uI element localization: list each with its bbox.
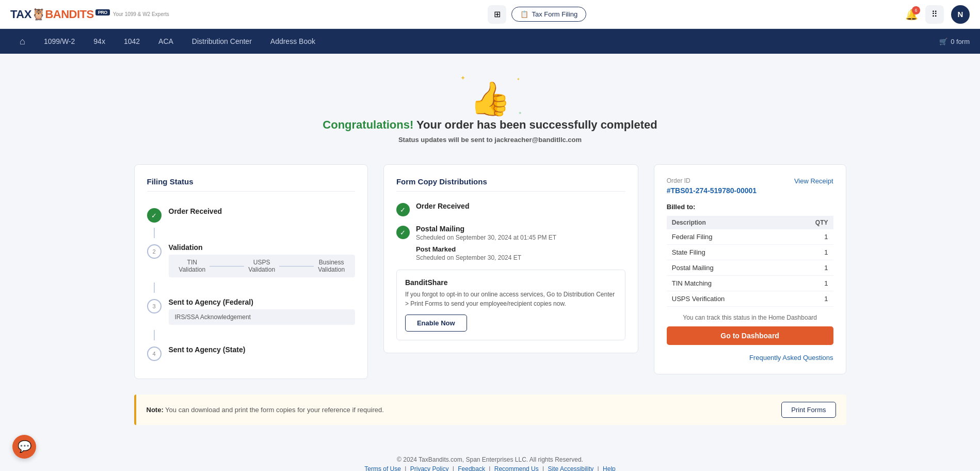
order-id-area: Order ID #TBS01-274-519780-00001: [667, 177, 757, 195]
apps-icon: ⠿: [931, 9, 938, 19]
nav-1042[interactable]: 1042: [115, 29, 149, 54]
step-icon-3: 3: [147, 299, 162, 313]
banditshare-desc: If you forgot to opt-in to our online ac…: [405, 290, 617, 308]
view-receipt-link[interactable]: View Receipt: [794, 177, 833, 185]
cart-area[interactable]: 🛒 0 form: [939, 38, 970, 45]
nav-1099w2[interactable]: 1099/W-2: [35, 29, 84, 54]
header-center: ⊞ 📋 Tax Form Filing: [488, 5, 586, 24]
notification-button[interactable]: 🔔 6: [905, 8, 918, 21]
footer-copyright: © 2024 TaxBandits.com, Span Enterprises …: [10, 456, 970, 463]
step-content-3: Sent to Agency (Federal) IRS/SSA Acknowl…: [169, 298, 355, 325]
post-marked-date: Scheduled on September 30, 2024 ET: [416, 254, 625, 261]
brand-logo: TAX🦉BANDITSPRO: [10, 8, 110, 21]
col-description: Description: [667, 216, 789, 229]
billing-qty: 1: [789, 260, 833, 276]
billing-row: TIN Matching1: [667, 276, 833, 291]
avatar[interactable]: N: [951, 5, 970, 24]
thumbs-up-icon: 👍: [470, 80, 511, 117]
step-state: 4 Sent to Agency (State): [147, 340, 355, 366]
faq-row: Frequently Asked Questions: [667, 353, 833, 362]
feedback-link[interactable]: Feedback: [458, 465, 485, 471]
congrats-rest: Your order has been successfully complet…: [413, 118, 657, 131]
billing-row: State Filing1: [667, 245, 833, 260]
faq-link[interactable]: Frequently Asked Questions: [749, 354, 833, 362]
step-icon-done: ✓: [147, 208, 162, 223]
footer: © 2024 TaxBandits.com, Span Enterprises …: [0, 441, 980, 471]
tax-form-filing-button[interactable]: 📋 Tax Form Filing: [511, 7, 586, 22]
footer-links: Terms of Use | Privacy Policy | Feedback…: [10, 465, 970, 471]
step-content: Order Received: [169, 207, 355, 217]
top-header: TAX🦉BANDITSPRO Your 1099 & W2 Experts ⊞ …: [0, 0, 980, 29]
banditshare-title: BanditShare: [405, 278, 617, 287]
val-divider-2: [279, 266, 314, 266]
note-bar: Note: You can download and print the for…: [134, 395, 846, 425]
billing-qty: 1: [789, 229, 833, 245]
billing-description: State Filing: [667, 245, 789, 260]
irs-ack-box: IRS/SSA Acknowledgement: [169, 309, 355, 325]
billing-description: USPS Verification: [667, 291, 789, 307]
order-id-label: Order ID: [667, 177, 757, 184]
step-icon-pending: 2: [147, 244, 162, 259]
chat-icon: 💬: [18, 440, 31, 453]
terms-link[interactable]: Terms of Use: [364, 465, 401, 471]
recommend-link[interactable]: Recommend Us: [494, 465, 539, 471]
nav-home[interactable]: ⌂: [10, 29, 35, 54]
filing-status-card: Filing Status ✓ Order Received 2 Validat…: [134, 164, 368, 379]
billing-row: Federal Filing1: [667, 229, 833, 245]
step-icon-4: 4: [147, 347, 162, 361]
sparkle-icon-2: ✦: [517, 77, 520, 82]
sparkle-icon-3: ✦: [518, 111, 522, 116]
dist-content-order: Order Received: [416, 202, 625, 210]
accessibility-link[interactable]: Site Accessibility: [548, 465, 594, 471]
enable-now-button[interactable]: Enable Now: [405, 315, 467, 332]
step-content-4: Sent to Agency (State): [169, 346, 355, 356]
billing-table: Description QTY Federal Filing1State Fil…: [667, 216, 833, 307]
nav-aca[interactable]: ACA: [149, 29, 183, 54]
filing-status-title: Filing Status: [147, 177, 355, 192]
dist-scheduled: Scheduled on September 30, 2024 at 01:45…: [416, 234, 625, 241]
dist-step-order: ✓ Order Received: [396, 202, 625, 216]
header-right: 🔔 6 ⠿ N: [905, 5, 970, 24]
billing-qty: 1: [789, 291, 833, 307]
congrats-word: Congratulations!: [323, 118, 413, 131]
banditshare-box: BanditShare If you forgot to opt-in to o…: [396, 270, 625, 340]
step-connector: [154, 228, 155, 238]
business-validation: Business Validation: [314, 259, 348, 273]
cart-count: 0 form: [951, 38, 970, 45]
validation-bar: TIN Validation USPS Validation Business …: [169, 255, 355, 277]
main-content: 👍 ✦ ✦ ✦ Congratulations! Your order has …: [103, 54, 877, 441]
chat-bubble[interactable]: 💬: [12, 435, 36, 459]
post-marked-label: Post Marked: [416, 245, 625, 253]
nav-distribution-center[interactable]: Distribution Center: [183, 29, 261, 54]
nav-94x[interactable]: 94x: [84, 29, 115, 54]
brand-tagline: Your 1099 & W2 Experts: [113, 11, 169, 17]
step-federal: 3 Sent to Agency (Federal) IRS/SSA Ackno…: [147, 293, 355, 330]
privacy-link[interactable]: Privacy Policy: [410, 465, 449, 471]
go-to-dashboard-button[interactable]: Go to Dashboard: [667, 326, 833, 345]
nav-address-book[interactable]: Address Book: [261, 29, 325, 54]
app-switcher-button[interactable]: ⊞: [488, 5, 506, 24]
col-qty: QTY: [789, 216, 833, 229]
step-connector-3: [154, 330, 155, 340]
notification-badge: 6: [912, 6, 920, 14]
nav-items: ⌂ 1099/W-2 94x 1042 ACA Distribution Cen…: [10, 29, 939, 54]
dist-icon-done: ✓: [396, 203, 410, 216]
congrats-title: Congratulations! Your order has been suc…: [134, 118, 846, 132]
billing-table-head: Description QTY: [667, 216, 833, 229]
dist-step-postal: ✓ Postal Mailing Scheduled on September …: [396, 225, 625, 261]
apps-grid-button[interactable]: ⠿: [925, 5, 944, 24]
tin-validation: TIN Validation: [175, 259, 210, 273]
step-content-2: Validation TIN Validation USPS Validatio…: [169, 243, 355, 277]
billing-description: Federal Filing: [667, 229, 789, 245]
order-id-value: #TBS01-274-519780-00001: [667, 186, 757, 195]
note-label: Note:: [147, 406, 164, 414]
order-card: Order ID #TBS01-274-519780-00001 View Re…: [654, 164, 846, 374]
owl-icon: 🦉: [31, 8, 45, 21]
help-link[interactable]: Help: [603, 465, 616, 471]
val-divider: [210, 266, 244, 266]
step-order-received: ✓ Order Received: [147, 202, 355, 228]
print-forms-button[interactable]: Print Forms: [781, 402, 836, 418]
billing-qty: 1: [789, 245, 833, 260]
logo-area: TAX🦉BANDITSPRO Your 1099 & W2 Experts: [10, 8, 169, 21]
cart-icon: 🛒: [939, 38, 947, 45]
